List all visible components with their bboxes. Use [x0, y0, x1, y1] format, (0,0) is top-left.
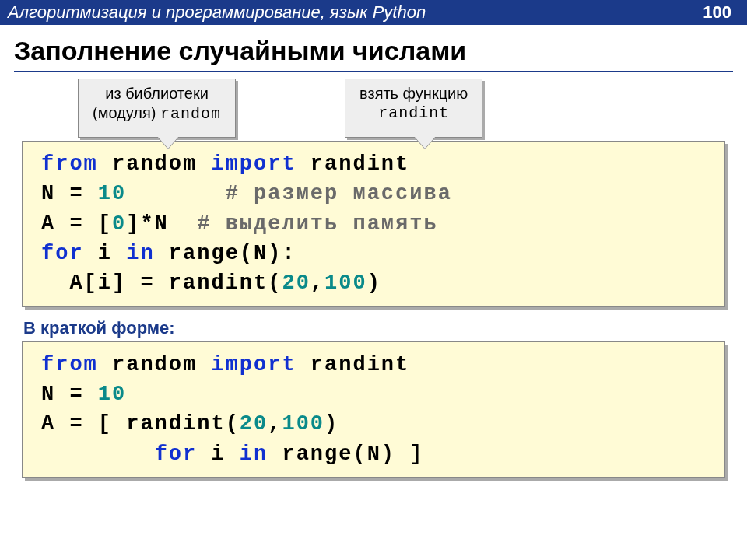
callout-function: взять функцию randint — [345, 79, 482, 138]
slide-content: из библиотеки (модуля) random взять функ… — [0, 79, 747, 478]
slide-title: Заполнение случайными числами — [14, 36, 733, 72]
code-block-short-form: from random import randint N = 10 A = [ … — [22, 341, 725, 478]
callouts-row: из библиотеки (модуля) random взять функ… — [78, 79, 731, 138]
callout-library-line1: из библиотеки — [93, 84, 221, 103]
callout-function-line1: взять функцию — [359, 84, 468, 103]
top-bar: Алгоритмизация и программирование, язык … — [0, 0, 747, 25]
callout-function-line2: randint — [359, 103, 468, 123]
callout-library: из библиотеки (модуля) random — [78, 79, 236, 138]
callout-library-line2: (модуля) random — [93, 103, 221, 124]
course-title: Алгоритмизация и программирование, язык … — [8, 2, 426, 23]
code-block-long-form: from random import randint N = 10 # разм… — [22, 141, 725, 307]
subheading-short-form: В краткой форме: — [23, 318, 731, 338]
page-number: 100 — [703, 2, 731, 23]
